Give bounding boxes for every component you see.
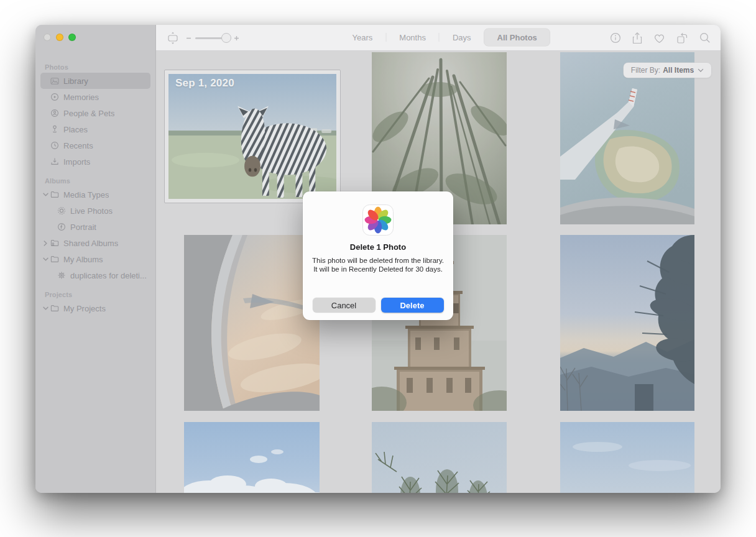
sidebar-item-library[interactable]: Library — [40, 73, 150, 89]
portrait-icon — [57, 223, 67, 231]
sidebar-section-albums: Albums — [45, 177, 155, 185]
sidebar-item-label: Places — [63, 125, 88, 134]
sidebar-item-my-albums[interactable]: My Albums — [40, 251, 150, 267]
tab-all-photos[interactable]: All Photos — [484, 29, 550, 46]
photo-date-label: Sep 1, 2020 — [175, 77, 234, 90]
chevron-down-icon[interactable] — [41, 306, 50, 310]
photo-airplane-window[interactable] — [184, 235, 320, 411]
toolbar: Years Months Days All Photos — [156, 25, 721, 51]
library-icon — [50, 76, 60, 85]
delete-confirmation-dialog: Delete 1 Photo This photo will be delete… — [303, 191, 453, 320]
photo-dusk-pine[interactable] — [560, 235, 694, 411]
zoom-fit-icon[interactable] — [166, 31, 180, 45]
share-icon[interactable] — [632, 32, 642, 44]
sidebar-item-label: Recents — [63, 141, 93, 150]
photo-sky[interactable] — [560, 422, 694, 493]
sidebar-item-portrait[interactable]: Portrait — [40, 219, 150, 235]
window-controls — [35, 25, 155, 41]
tab-months[interactable]: Months — [386, 29, 439, 46]
rotate-icon[interactable] — [676, 32, 688, 44]
favorite-icon[interactable] — [653, 33, 665, 44]
photos-app-icon — [362, 204, 394, 236]
slider-knob[interactable] — [221, 33, 231, 43]
sidebar-item-my-projects[interactable]: My Projects — [40, 300, 150, 316]
live-photos-icon — [57, 206, 67, 215]
recents-icon — [50, 141, 60, 150]
sidebar: Photos Library Memories — [35, 25, 156, 493]
folder-icon — [50, 304, 60, 313]
sidebar-item-people-pets[interactable]: People & Pets — [40, 105, 150, 121]
close-window-button[interactable] — [44, 34, 51, 41]
delete-button[interactable]: Delete — [381, 298, 444, 313]
sidebar-item-memories[interactable]: Memories — [40, 89, 150, 105]
folder-icon — [50, 190, 60, 199]
filter-by-button[interactable]: Filter By: All Items — [624, 63, 711, 78]
cancel-button[interactable]: Cancel — [313, 298, 376, 313]
chevron-down-icon[interactable] — [41, 257, 50, 261]
sidebar-item-label: Memories — [63, 93, 99, 102]
sidebar-item-duplicates-album[interactable]: duplicates for deleti... — [40, 267, 150, 283]
sidebar-item-imports[interactable]: Imports — [40, 154, 150, 170]
photo-airplane-wing[interactable] — [560, 52, 694, 224]
sidebar-item-recents[interactable]: Recents — [40, 137, 150, 154]
sidebar-item-label: Portrait — [70, 223, 96, 232]
sidebar-item-label: People & Pets — [63, 109, 114, 118]
sidebar-item-shared-albums[interactable]: Shared Albums — [40, 235, 150, 251]
zoom-window-button[interactable] — [68, 34, 76, 41]
airplane-wing-art — [560, 52, 694, 224]
filter-by-label: Filter By: — [631, 66, 660, 75]
folder-icon — [50, 255, 60, 264]
sidebar-item-media-types[interactable]: Media Types — [40, 186, 150, 203]
search-icon[interactable] — [699, 32, 711, 44]
info-icon[interactable] — [610, 32, 621, 44]
sidebar-item-label: Media Types — [63, 190, 109, 200]
chevron-down-icon — [698, 68, 704, 73]
zebra-photo-art — [168, 74, 336, 199]
zoom-out-minus-icon[interactable] — [186, 35, 191, 41]
sidebar-item-label: Live Photos — [70, 206, 113, 216]
places-icon — [50, 125, 60, 134]
sidebar-item-label: My Albums — [63, 255, 103, 264]
memories-icon — [50, 93, 60, 101]
dialog-message: This photo will be deleted from the libr… — [312, 256, 444, 273]
clouds-art — [184, 422, 320, 493]
tab-years[interactable]: Years — [339, 29, 386, 46]
minimize-window-button[interactable] — [56, 34, 63, 41]
zoom-in-plus-icon[interactable] — [234, 35, 239, 41]
gear-icon — [57, 271, 67, 280]
sidebar-item-label: duplicates for deleti... — [70, 271, 147, 280]
chevron-right-icon[interactable] — [41, 241, 50, 246]
sky-art — [560, 422, 694, 493]
sidebar-item-label: My Projects — [63, 304, 106, 313]
sidebar-item-label: Imports — [63, 157, 90, 167]
sidebar-section-projects: Projects — [45, 291, 155, 298]
sidebar-item-places[interactable]: Places — [40, 121, 150, 137]
dusk-pine-art — [560, 235, 694, 411]
slider-track[interactable] — [195, 37, 230, 39]
sidebar-item-live-photos[interactable]: Live Photos — [40, 203, 150, 219]
pine-branches-art — [372, 422, 507, 493]
view-segmented-control: Years Months Days All Photos — [339, 29, 550, 46]
imports-icon — [50, 157, 60, 166]
photo-zebra-selected[interactable]: Sep 1, 2020 — [164, 70, 341, 203]
sidebar-item-label: Library — [63, 76, 88, 86]
sidebar-item-label: Shared Albums — [63, 239, 118, 248]
dialog-title: Delete 1 Photo — [350, 242, 406, 252]
photo-clouds[interactable] — [184, 422, 320, 493]
thumbnail-zoom-slider[interactable] — [186, 35, 239, 41]
airplane-window-art — [184, 235, 320, 411]
chevron-down-icon[interactable] — [41, 193, 50, 196]
photo-pine-branches[interactable] — [372, 422, 507, 493]
shared-folder-icon — [50, 239, 60, 247]
tab-days[interactable]: Days — [440, 29, 484, 46]
people-pets-icon — [50, 109, 60, 117]
sidebar-section-photos: Photos — [45, 63, 155, 71]
filter-by-value: All Items — [663, 66, 694, 75]
